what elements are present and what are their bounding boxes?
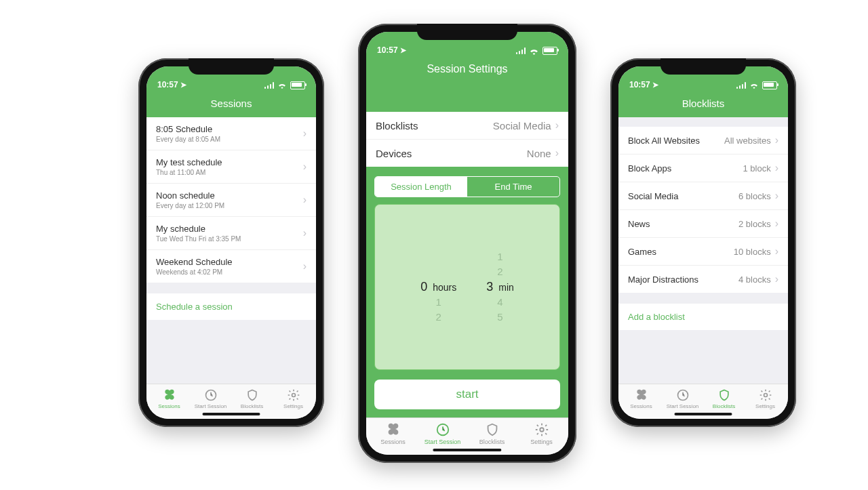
tab-label: Start Session [425,438,461,445]
row-value: 1 block [743,163,770,173]
chevron-right-icon: › [555,147,559,159]
row-label: Major Distractions [628,274,698,285]
minutes-wheel[interactable]: 1 2 3 min 4 5 [486,249,514,325]
clock-text: 10:57 [157,80,178,89]
clock-icon [435,422,450,437]
session-row[interactable]: Noon schedule Every day at 12:00 PM › [146,184,316,217]
blocklists-row[interactable]: Blocklists Social Media › [366,112,568,140]
row-value: 4 blocks [738,274,771,285]
tab-label: Start Session [667,403,699,409]
wifi-icon [749,82,759,89]
blocklists-list: Block All Websites All websites › Block … [618,127,788,293]
tab-label: Sessions [630,403,652,409]
tab-settings[interactable]: Settings [745,388,785,409]
tab-start-session[interactable]: Start Session [191,388,231,409]
tab-label: Start Session [195,403,227,409]
session-title: My schedule [156,224,241,234]
home-indicator [433,449,501,451]
clock-icon [676,388,690,402]
status-time: 10:57 ➤ [157,80,186,89]
hours-wheel[interactable]: 0 hours 1 2 [420,249,456,325]
row-label: Blocklists [376,120,418,131]
row-label: Devices [376,148,412,159]
notch [417,24,517,40]
chevron-right-icon: › [303,194,307,206]
blocklist-row[interactable]: Games 10 blocks › [618,238,788,266]
shield-icon [717,388,731,402]
blocklist-row[interactable]: Block All Websites All websites › [618,127,788,155]
svg-point-3 [540,428,544,432]
row-label: Block Apps [628,163,671,173]
session-sub: Tue Wed Thu Fri at 3:35 PM [156,235,241,243]
chevron-right-icon: › [303,161,307,173]
signal-icon [516,47,526,54]
tab-sessions[interactable]: Sessions [149,388,189,409]
tab-sessions[interactable]: Sessions [621,388,661,409]
gear-icon [287,388,300,402]
tab-label: Settings [755,403,775,409]
chevron-right-icon: › [775,245,778,258]
butterfly-icon [163,388,176,402]
nav-title: Session Settings [366,56,568,112]
screen-blocklists: 10:57 ➤ Blocklists Block All Websites Al… [618,66,788,419]
chevron-right-icon: › [775,162,778,174]
tab-label: Blocklists [713,403,735,409]
wifi-icon [277,82,287,89]
svg-point-5 [764,394,767,397]
blocklist-row[interactable]: News 2 blocks › [618,210,788,238]
schedule-session-link[interactable]: Schedule a session [146,293,316,320]
blocklist-row[interactable]: Social Media 6 blocks › [618,182,788,210]
tab-sessions[interactable]: Sessions [369,422,417,445]
notch [189,58,274,75]
gear-icon [534,422,549,437]
session-row[interactable]: My schedule Tue Wed Thu Fri at 3:35 PM › [146,217,316,250]
seg-end-time[interactable]: End Time [467,177,559,197]
session-sub: Weekends at 4:02 PM [156,268,233,276]
add-blocklist-link[interactable]: Add a blocklist [618,304,788,330]
home-indicator [203,413,260,415]
clock-text: 10:57 [377,45,398,55]
session-config: Session Length End Time 0 hours 1 2 [366,167,568,417]
session-sub: Every day at 12:00 PM [156,202,224,209]
tab-blocklists[interactable]: Blocklists [232,388,272,409]
phone-sessions: 10:57 ➤ Sessions 8:05 Schedule Every day… [138,58,324,427]
clock-text: 10:57 [629,80,650,89]
tab-label: Blocklists [479,438,505,445]
tab-blocklists[interactable]: Blocklists [468,422,516,445]
min-unit: min [498,280,514,295]
tab-label: Sessions [158,403,180,409]
tab-label: Settings [530,438,553,445]
battery-icon [290,81,305,89]
session-row[interactable]: 8:05 Schedule Every day at 8:05 AM › [146,117,316,150]
phone-session-settings: 10:57 ➤ Session Settings Blocklists Soci… [358,24,576,463]
tab-blocklists[interactable]: Blocklists [704,388,744,409]
svg-point-1 [292,394,295,397]
tab-start-session[interactable]: Start Session [663,388,703,409]
session-row[interactable]: My test schedule Thu at 11:00 AM › [146,150,316,184]
devices-row[interactable]: Devices None › [366,140,568,167]
chevron-right-icon: › [775,273,778,285]
tab-start-session[interactable]: Start Session [418,422,467,445]
row-label: Games [628,247,656,257]
battery-icon [762,81,777,89]
seg-session-length[interactable]: Session Length [375,177,467,197]
gear-icon [759,388,772,402]
session-title: My test schedule [156,157,222,167]
session-row[interactable]: Weekend Schedule Weekends at 4:02 PM › [146,250,316,283]
session-sub: Thu at 11:00 AM [156,169,222,176]
session-title: Weekend Schedule [156,257,233,267]
butterfly-icon [386,422,401,437]
duration-picker[interactable]: 0 hours 1 2 1 2 3 min 4 5 [374,204,560,370]
phone-blocklists: 10:57 ➤ Blocklists Block All Websites Al… [610,58,796,427]
tab-settings[interactable]: Settings [273,388,313,409]
tab-settings[interactable]: Settings [517,422,566,445]
clock-icon [204,388,218,402]
sessions-list: 8:05 Schedule Every day at 8:05 AM › My … [146,117,316,283]
hours-unit: hours [433,280,456,295]
start-button[interactable]: start [374,380,560,409]
tab-label: Blocklists [241,403,263,409]
row-value: All websites [724,136,771,146]
blocklist-row[interactable]: Block Apps 1 block › [618,155,788,182]
screen-session-settings: 10:57 ➤ Session Settings Blocklists Soci… [366,32,568,455]
blocklist-row[interactable]: Major Distractions 4 blocks › [618,266,788,293]
